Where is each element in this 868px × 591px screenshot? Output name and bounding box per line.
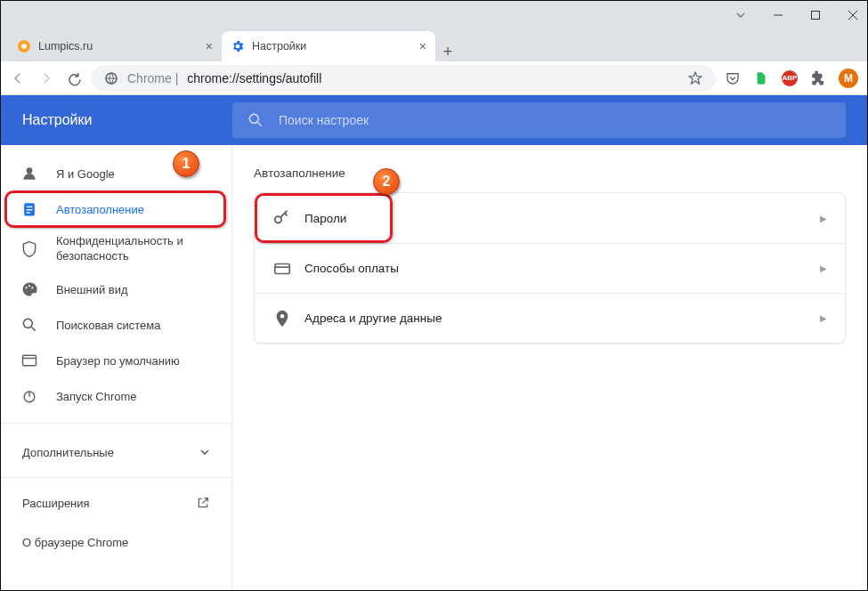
settings-header-title: Настройки (1, 112, 232, 128)
lumpics-favicon (17, 39, 31, 53)
sidebar-item-search-engine[interactable]: Поисковая система (1, 307, 221, 343)
tab-title: Lumpics.ru (38, 40, 206, 53)
close-tab-icon[interactable]: × (206, 39, 213, 53)
star-bookmark-icon[interactable] (687, 70, 703, 86)
sidebar-item-label: Поисковая система (56, 319, 161, 332)
minimize-icon[interactable] (773, 10, 783, 20)
sidebar-item-label: Браузер по умолчанию (56, 354, 180, 368)
sidebar-link-about[interactable]: О браузере Chrome (1, 522, 231, 562)
sidebar-item-privacy[interactable]: Конфиденциальность и безопасность (1, 227, 221, 271)
window-chevron-icon[interactable] (735, 10, 746, 20)
sidebar-item-appearance[interactable]: Внешний вид (1, 271, 221, 307)
svg-point-14 (23, 319, 32, 328)
sidebar-item-label: Я и Google (56, 167, 115, 181)
chevron-down-icon (199, 447, 210, 457)
url-scheme: Chrome | (127, 71, 178, 85)
row-payment-methods[interactable]: Способы оплаты ▶ (255, 243, 845, 293)
location-icon (272, 309, 304, 328)
tab-title: Настройки (252, 40, 419, 53)
settings-sidebar: Я и Google Автозаполнение Конфиденциальн… (1, 145, 232, 590)
sidebar-item-label: Внешний вид (56, 283, 128, 296)
close-tab-icon[interactable]: × (419, 39, 426, 53)
shield-icon (20, 240, 38, 258)
section-title: Автозаполнение (254, 166, 846, 180)
annotation-badge-1: 1 (173, 150, 199, 177)
reload-button[interactable] (67, 70, 83, 86)
sidebar-link-label: О браузере Chrome (22, 536, 128, 549)
svg-point-6 (27, 167, 33, 174)
search-icon (247, 111, 264, 129)
site-info-icon[interactable] (104, 71, 118, 85)
credit-card-icon (272, 259, 304, 279)
extensions-puzzle-icon[interactable] (810, 70, 826, 86)
row-label: Пароли (304, 212, 820, 225)
sidebar-item-on-startup[interactable]: Запуск Chrome (1, 378, 221, 414)
sidebar-item-default-browser[interactable]: Браузер по умолчанию (1, 343, 221, 378)
settings-header: Настройки Поиск настроек (1, 95, 867, 145)
window-control-bar (1, 1, 867, 29)
key-icon (272, 208, 304, 228)
settings-search[interactable]: Поиск настроек (232, 102, 846, 138)
url-path: chrome://settings/autofill (187, 71, 321, 85)
tab-lumpics[interactable]: Lumpics.ru × (8, 31, 222, 61)
extension-icons: ABP M (725, 69, 858, 88)
adblock-icon[interactable]: ABP (782, 70, 798, 86)
row-passwords[interactable]: Пароли ▶ (255, 193, 845, 243)
settings-body: Я и Google Автозаполнение Конфиденциальн… (1, 145, 867, 590)
evernote-icon[interactable] (753, 70, 769, 86)
settings-favicon (231, 39, 245, 53)
sidebar-item-label: Запуск Chrome (56, 390, 137, 403)
svg-point-19 (280, 313, 285, 318)
svg-rect-15 (23, 355, 37, 366)
svg-rect-9 (27, 209, 33, 210)
chevron-right-icon: ▶ (820, 263, 827, 273)
browser-icon (20, 352, 38, 369)
tab-strip: Lumpics.ru × Настройки × + (1, 29, 867, 61)
sidebar-link-label: Расширения (22, 497, 90, 510)
magnify-icon (20, 316, 38, 334)
back-button[interactable] (10, 70, 26, 86)
svg-rect-18 (275, 263, 290, 273)
svg-rect-8 (27, 206, 33, 207)
svg-point-12 (28, 285, 30, 287)
row-addresses[interactable]: Адреса и другие данные ▶ (255, 293, 845, 343)
sidebar-item-autofill[interactable]: Автозаполнение (1, 191, 221, 227)
person-icon (20, 165, 38, 182)
chevron-right-icon: ▶ (820, 313, 827, 323)
annotation-badge-2: 2 (373, 168, 400, 195)
settings-main: Автозаполнение Пароли ▶ Способы оплаты ▶… (232, 145, 867, 590)
row-label: Адреса и другие данные (304, 312, 820, 325)
search-placeholder: Поиск настроек (279, 113, 369, 127)
profile-avatar[interactable]: M (839, 69, 858, 88)
close-window-icon[interactable] (848, 10, 858, 20)
clipboard-icon (20, 200, 38, 218)
open-external-icon (196, 496, 210, 510)
sidebar-link-extensions[interactable]: Расширения (1, 483, 231, 522)
svg-point-13 (31, 287, 33, 288)
chevron-right-icon: ▶ (820, 214, 827, 223)
sidebar-item-label: Конфиденциальность и безопасность (56, 234, 201, 264)
power-icon (20, 387, 38, 405)
new-tab-button[interactable]: + (435, 43, 460, 61)
row-label: Способы оплаты (304, 262, 820, 275)
svg-rect-10 (27, 212, 30, 213)
browser-toolbar: Chrome | chrome://settings/autofill ABP … (1, 61, 867, 95)
svg-point-11 (26, 287, 28, 288)
svg-rect-0 (812, 12, 820, 20)
autofill-card: Пароли ▶ Способы оплаты ▶ Адреса и други… (254, 192, 846, 344)
maximize-icon[interactable] (810, 10, 821, 20)
pocket-icon[interactable] (725, 70, 741, 86)
sidebar-item-label: Автозаполнение (56, 203, 144, 216)
sidebar-advanced-label: Дополнительные (22, 446, 114, 459)
palette-icon (20, 280, 38, 298)
svg-point-17 (275, 216, 281, 223)
forward-button[interactable] (38, 70, 54, 86)
svg-point-2 (21, 44, 27, 49)
sidebar-advanced-toggle[interactable]: Дополнительные (1, 433, 231, 472)
address-bar[interactable]: Chrome | chrome://settings/autofill (92, 65, 716, 92)
svg-point-5 (249, 114, 258, 123)
tab-settings[interactable]: Настройки × (222, 31, 435, 61)
